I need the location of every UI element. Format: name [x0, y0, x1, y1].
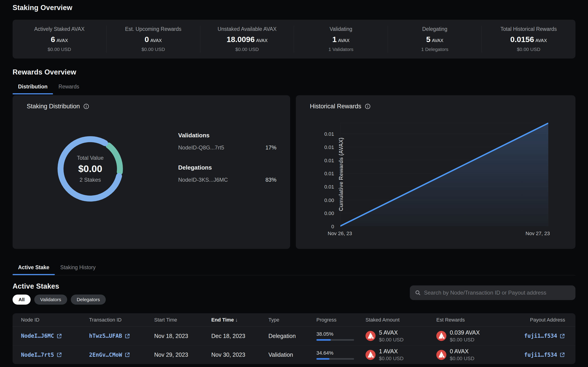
stat-unstaked-available: Unstaked Available AVAX 18.0096AVAX $0.0…: [200, 25, 294, 53]
stat-upcoming-rewards: Est. Upcoming Rewards 0AVAX $0.00 USD: [106, 25, 200, 53]
col-payout-address[interactable]: Payout Address: [515, 317, 565, 323]
external-link-icon[interactable]: [559, 352, 565, 358]
tab-staking-history[interactable]: Staking History: [55, 263, 101, 275]
filter-delegators[interactable]: Delegators: [71, 295, 106, 305]
tab-rewards[interactable]: Rewards: [53, 82, 85, 94]
tab-distribution[interactable]: Distribution: [13, 82, 53, 94]
y-tick: 0: [310, 224, 334, 230]
start-time: Nov 29, 2023: [154, 351, 211, 358]
staking-distribution-title: Staking Distribution: [27, 103, 80, 110]
search-input[interactable]: [424, 290, 570, 296]
stat-sub: $0.00 USD: [235, 47, 259, 52]
progress-label: 34.64%: [316, 350, 366, 356]
amount-avax: 1 AVAX: [379, 348, 404, 355]
tab-active-stake[interactable]: Active Stake: [13, 263, 55, 275]
external-link-icon[interactable]: [124, 352, 130, 358]
col-transaction-id[interactable]: Transaction ID: [89, 317, 154, 323]
transaction-id-link[interactable]: hTwz5…UFAB: [89, 333, 154, 339]
transaction-id-link[interactable]: 2EnGv…CMoW: [89, 352, 154, 358]
filter-all[interactable]: All: [13, 295, 31, 305]
filter-validators[interactable]: Validators: [34, 295, 67, 305]
payout-address-link[interactable]: fuji1…f534: [515, 352, 565, 358]
stat-value: 1AVAX: [332, 35, 350, 44]
node-id-link[interactable]: NodeI…7rt5: [21, 352, 89, 358]
staking-dashboard: Staking Overview Actively Staked AVAX 6A…: [0, 0, 588, 367]
staking-overview-stats: Actively Staked AVAX 6AVAX $0.00 USD Est…: [13, 20, 575, 58]
historical-rewards-plot: [340, 123, 548, 227]
stat-value: 18.0096AVAX: [227, 35, 268, 44]
avax-logo-icon: [436, 331, 446, 341]
stake-type: Validation: [269, 351, 316, 358]
col-staked-amount[interactable]: Staked Amount: [366, 317, 436, 323]
external-link-icon[interactable]: [124, 333, 130, 339]
start-time: Nov 18, 2023: [154, 333, 211, 339]
avax-logo-icon: [366, 350, 376, 360]
progress-label: 38.05%: [316, 331, 366, 337]
x-tick-start: Nov 26, 23: [328, 231, 352, 236]
stat-label: Unstaked Available AVAX: [218, 26, 276, 32]
info-icon[interactable]: [83, 103, 89, 109]
rewards-overview-title: Rewards Overview: [13, 68, 575, 76]
legend-pct: 83%: [265, 177, 276, 183]
stat-sub: $0.00 USD: [141, 47, 165, 52]
external-link-icon[interactable]: [559, 333, 565, 339]
stat-sub: 1 Delegators: [421, 47, 449, 52]
col-progress[interactable]: Progress: [316, 317, 366, 323]
amount-usd: $0.00 USD: [379, 356, 404, 361]
stat-sub: $0.00 USD: [517, 47, 540, 52]
staking-distribution-card: Staking Distribution Total Value $0.00 2…: [13, 95, 290, 249]
stat-label: Total Historical Rewards: [500, 26, 557, 32]
rewards-overview-tabs: Distribution Rewards: [13, 82, 575, 94]
col-node-id[interactable]: Node ID: [21, 317, 89, 323]
active-stakes-header: Active Stakes All Validators Delegators: [13, 282, 575, 305]
stat-value: 5AVAX: [426, 35, 443, 44]
stat-sub: 1 Validators: [328, 47, 353, 52]
col-type[interactable]: Type: [269, 317, 316, 323]
est-rewards: 0.039 AVAX $0.00 USD: [436, 329, 515, 343]
stat-delegating: Delegating 5AVAX 1 Delegators: [388, 25, 482, 53]
y-tick: 0.01: [310, 131, 334, 137]
distribution-legend: Validations NodeID-Q8G...7rt5 17% Delega…: [178, 132, 276, 183]
staked-amount: 1 AVAX $0.00 USD: [366, 348, 436, 361]
active-tab-underline: [13, 274, 55, 275]
staked-amount: 5 AVAX $0.00 USD: [366, 329, 436, 343]
est-rewards: 0 AVAX $0.00 USD: [436, 348, 515, 361]
external-link-icon[interactable]: [57, 333, 62, 339]
amount-avax: 5 AVAX: [379, 329, 404, 336]
col-est-rewards[interactable]: Est Rewards: [436, 317, 515, 323]
stat-actively-staked: Actively Staked AVAX 6AVAX $0.00 USD: [13, 25, 106, 53]
legend-delegations-row: NodeID-3KS...J6MC 83%: [178, 177, 276, 183]
active-tab-underline: [13, 93, 53, 94]
legend-validations-title: Validations: [178, 132, 276, 139]
y-tick: 0.01: [310, 171, 334, 177]
sort-desc-icon: ↓: [235, 317, 238, 323]
donut-center: Total Value $0.00 2 Stakes: [54, 132, 127, 205]
table-row: NodeI…J6MC hTwz5…UFAB Nov 18, 2023 Dec 1…: [13, 326, 575, 345]
col-end-time[interactable]: End Time↓: [211, 317, 269, 323]
search-box: [410, 285, 575, 300]
stat-value: 0AVAX: [145, 35, 162, 44]
amount-avax: 0.039 AVAX: [450, 329, 480, 336]
active-stakes-table: Node ID Transaction ID Start Time End Ti…: [13, 313, 575, 364]
donut-center-label: Total Value: [77, 155, 104, 161]
progress-bar: [316, 358, 354, 360]
end-time: Nov 30, 2023: [211, 351, 269, 358]
stat-value: 0.0156AVAX: [510, 35, 547, 44]
donut-center-sub: 2 Stakes: [80, 177, 101, 183]
stake-type: Delegation: [269, 333, 316, 339]
donut-center-value: $0.00: [78, 163, 102, 174]
amount-avax: 0 AVAX: [450, 348, 474, 355]
external-link-icon[interactable]: [57, 352, 62, 358]
info-icon[interactable]: [365, 103, 371, 109]
x-tick-end: Nov 27, 23: [526, 231, 550, 236]
payout-address-link[interactable]: fuji1…f534: [515, 333, 565, 339]
y-tick: 0.00: [310, 210, 334, 217]
y-tick: 0.00: [310, 197, 334, 203]
amount-usd: $0.00 USD: [450, 356, 474, 361]
legend-delegations-title: Delegations: [178, 164, 276, 171]
col-start-time[interactable]: Start Time: [154, 317, 211, 323]
y-tick: 0.01: [310, 144, 334, 150]
stat-validating: Validating 1AVAX 1 Validators: [294, 25, 388, 53]
node-id-link[interactable]: NodeI…J6MC: [21, 333, 89, 339]
end-time: Dec 18, 2023: [211, 333, 269, 339]
